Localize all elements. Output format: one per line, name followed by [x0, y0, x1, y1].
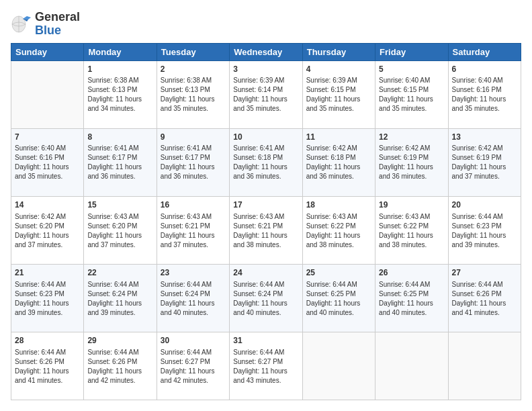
- day-info: Sunrise: 6:44 AMSunset: 6:25 PMDaylight:…: [379, 280, 444, 318]
- day-number: 5: [379, 64, 444, 75]
- logo-blue: Blue: [35, 24, 61, 37]
- day-number: 13: [452, 132, 517, 143]
- calendar-cell: 13Sunrise: 6:42 AMSunset: 6:19 PMDayligh…: [448, 128, 521, 196]
- weekday-header: Sunday: [11, 43, 84, 60]
- calendar-cell: 27Sunrise: 6:44 AMSunset: 6:26 PMDayligh…: [448, 264, 521, 332]
- day-number: 8: [87, 132, 152, 143]
- day-info: Sunrise: 6:44 AMSunset: 6:24 PMDaylight:…: [233, 280, 298, 318]
- weekday-header: Friday: [375, 43, 448, 60]
- day-number: 29: [87, 335, 152, 347]
- day-info: Sunrise: 6:40 AMSunset: 6:16 PMDaylight:…: [15, 144, 80, 181]
- calendar-cell: 3Sunrise: 6:39 AMSunset: 6:14 PMDaylight…: [230, 60, 302, 128]
- day-info: Sunrise: 6:40 AMSunset: 6:16 PMDaylight:…: [452, 76, 517, 113]
- calendar-cell: 30Sunrise: 6:44 AMSunset: 6:27 PMDayligh…: [157, 332, 229, 400]
- day-number: 28: [15, 335, 80, 347]
- day-info: Sunrise: 6:40 AMSunset: 6:15 PMDaylight:…: [379, 76, 444, 113]
- calendar-cell: 4Sunrise: 6:39 AMSunset: 6:15 PMDaylight…: [302, 60, 375, 128]
- calendar-cell: 12Sunrise: 6:42 AMSunset: 6:19 PMDayligh…: [375, 128, 448, 196]
- day-number: 11: [306, 132, 371, 143]
- calendar-cell: 31Sunrise: 6:44 AMSunset: 6:27 PMDayligh…: [230, 332, 302, 400]
- day-number: 24: [233, 267, 298, 279]
- weekday-header: Monday: [84, 43, 157, 60]
- day-number: 31: [233, 335, 298, 347]
- day-info: Sunrise: 6:43 AMSunset: 6:21 PMDaylight:…: [233, 212, 298, 250]
- calendar-cell: 11Sunrise: 6:42 AMSunset: 6:18 PMDayligh…: [302, 128, 375, 196]
- day-info: Sunrise: 6:41 AMSunset: 6:17 PMDaylight:…: [87, 144, 152, 181]
- calendar-cell: 2Sunrise: 6:38 AMSunset: 6:13 PMDaylight…: [157, 60, 229, 128]
- day-number: 3: [233, 64, 298, 75]
- calendar-cell: 15Sunrise: 6:43 AMSunset: 6:20 PMDayligh…: [84, 196, 157, 264]
- day-number: 18: [306, 199, 371, 211]
- calendar-cell: 5Sunrise: 6:40 AMSunset: 6:15 PMDaylight…: [375, 60, 448, 128]
- day-info: Sunrise: 6:44 AMSunset: 6:24 PMDaylight:…: [161, 280, 226, 318]
- day-number: 30: [161, 335, 226, 347]
- day-number: 2: [161, 64, 226, 75]
- calendar-cell: 18Sunrise: 6:43 AMSunset: 6:22 PMDayligh…: [302, 196, 375, 264]
- day-info: Sunrise: 6:42 AMSunset: 6:19 PMDaylight:…: [379, 144, 444, 181]
- calendar-cell: 14Sunrise: 6:42 AMSunset: 6:20 PMDayligh…: [11, 196, 84, 264]
- day-number: 21: [15, 267, 80, 279]
- calendar-cell: [448, 332, 521, 400]
- day-number: 27: [452, 267, 517, 279]
- day-info: Sunrise: 6:44 AMSunset: 6:27 PMDaylight:…: [161, 348, 226, 385]
- calendar-cell: 26Sunrise: 6:44 AMSunset: 6:25 PMDayligh…: [375, 264, 448, 332]
- logo-icon: [11, 13, 32, 35]
- logo: General Blue: [11, 11, 80, 38]
- calendar-cell: [11, 60, 84, 128]
- day-info: Sunrise: 6:44 AMSunset: 6:24 PMDaylight:…: [87, 280, 152, 318]
- calendar-cell: 29Sunrise: 6:44 AMSunset: 6:26 PMDayligh…: [84, 332, 157, 400]
- calendar-cell: 10Sunrise: 6:41 AMSunset: 6:18 PMDayligh…: [230, 128, 302, 196]
- day-number: 16: [161, 199, 226, 211]
- day-number: 1: [87, 64, 152, 75]
- day-info: Sunrise: 6:38 AMSunset: 6:13 PMDaylight:…: [87, 76, 152, 113]
- calendar-cell: 25Sunrise: 6:44 AMSunset: 6:25 PMDayligh…: [302, 264, 375, 332]
- calendar-cell: [375, 332, 448, 400]
- day-info: Sunrise: 6:44 AMSunset: 6:23 PMDaylight:…: [15, 280, 80, 318]
- day-info: Sunrise: 6:44 AMSunset: 6:27 PMDaylight:…: [233, 348, 298, 385]
- day-number: 15: [87, 199, 152, 211]
- calendar-cell: 19Sunrise: 6:43 AMSunset: 6:22 PMDayligh…: [375, 196, 448, 264]
- day-info: Sunrise: 6:43 AMSunset: 6:20 PMDaylight:…: [87, 212, 152, 250]
- day-info: Sunrise: 6:44 AMSunset: 6:26 PMDaylight:…: [87, 348, 152, 385]
- calendar-cell: 22Sunrise: 6:44 AMSunset: 6:24 PMDayligh…: [84, 264, 157, 332]
- day-info: Sunrise: 6:43 AMSunset: 6:21 PMDaylight:…: [161, 212, 226, 250]
- weekday-header: Saturday: [448, 43, 521, 60]
- day-number: 26: [379, 267, 444, 279]
- day-number: 9: [161, 132, 226, 143]
- day-info: Sunrise: 6:43 AMSunset: 6:22 PMDaylight:…: [379, 212, 444, 250]
- calendar-cell: 1Sunrise: 6:38 AMSunset: 6:13 PMDaylight…: [84, 60, 157, 128]
- calendar-table: SundayMondayTuesdayWednesdayThursdayFrid…: [11, 43, 521, 400]
- calendar-cell: 23Sunrise: 6:44 AMSunset: 6:24 PMDayligh…: [157, 264, 229, 332]
- day-info: Sunrise: 6:41 AMSunset: 6:17 PMDaylight:…: [161, 144, 226, 181]
- day-number: 7: [15, 132, 80, 143]
- day-info: Sunrise: 6:42 AMSunset: 6:20 PMDaylight:…: [15, 212, 80, 250]
- calendar-cell: [302, 332, 375, 400]
- day-number: 6: [452, 64, 517, 75]
- day-info: Sunrise: 6:44 AMSunset: 6:26 PMDaylight:…: [15, 348, 80, 385]
- day-number: 12: [379, 132, 444, 143]
- day-number: 19: [379, 199, 444, 211]
- calendar-cell: 9Sunrise: 6:41 AMSunset: 6:17 PMDaylight…: [157, 128, 229, 196]
- day-info: Sunrise: 6:44 AMSunset: 6:26 PMDaylight:…: [452, 280, 517, 318]
- day-info: Sunrise: 6:41 AMSunset: 6:18 PMDaylight:…: [233, 144, 298, 181]
- calendar-cell: 17Sunrise: 6:43 AMSunset: 6:21 PMDayligh…: [230, 196, 302, 264]
- day-info: Sunrise: 6:38 AMSunset: 6:13 PMDaylight:…: [161, 76, 226, 113]
- day-info: Sunrise: 6:43 AMSunset: 6:22 PMDaylight:…: [306, 212, 371, 250]
- day-info: Sunrise: 6:44 AMSunset: 6:25 PMDaylight:…: [306, 280, 371, 318]
- day-info: Sunrise: 6:42 AMSunset: 6:19 PMDaylight:…: [452, 144, 517, 181]
- weekday-header: Wednesday: [230, 43, 302, 60]
- calendar-cell: 21Sunrise: 6:44 AMSunset: 6:23 PMDayligh…: [11, 264, 84, 332]
- logo-general: General: [35, 10, 80, 24]
- day-number: 10: [233, 132, 298, 143]
- calendar-cell: 28Sunrise: 6:44 AMSunset: 6:26 PMDayligh…: [11, 332, 84, 400]
- calendar-cell: 8Sunrise: 6:41 AMSunset: 6:17 PMDaylight…: [84, 128, 157, 196]
- header: General Blue: [11, 11, 521, 38]
- weekday-header: Thursday: [302, 43, 375, 60]
- day-number: 22: [87, 267, 152, 279]
- day-info: Sunrise: 6:42 AMSunset: 6:18 PMDaylight:…: [306, 144, 371, 181]
- day-info: Sunrise: 6:44 AMSunset: 6:23 PMDaylight:…: [452, 212, 517, 250]
- calendar-cell: 20Sunrise: 6:44 AMSunset: 6:23 PMDayligh…: [448, 196, 521, 264]
- day-number: 23: [161, 267, 226, 279]
- day-number: 17: [233, 199, 298, 211]
- day-number: 4: [306, 64, 371, 75]
